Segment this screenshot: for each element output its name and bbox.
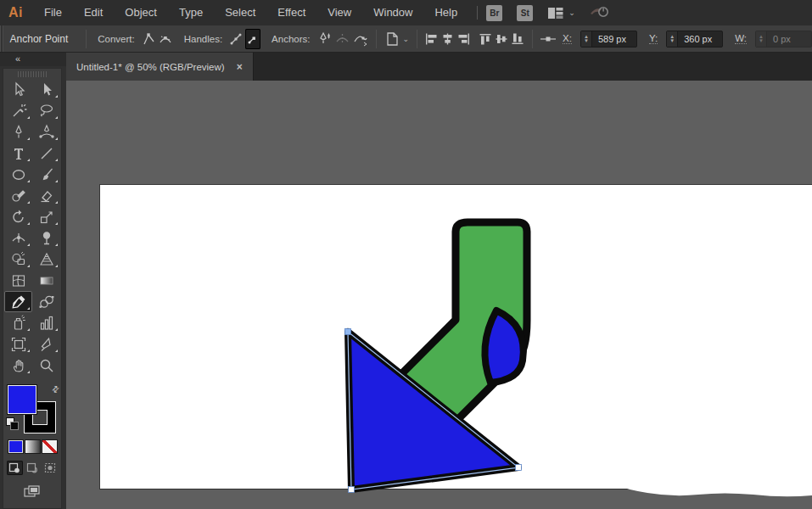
anchor-point[interactable] <box>349 487 355 493</box>
menu-bar: Ai FileEditObjectTypeSelectEffectViewWin… <box>0 0 812 25</box>
align-center-vertical-button[interactable] <box>495 29 509 49</box>
gradient-button[interactable] <box>25 440 40 453</box>
zoom-icon <box>38 357 55 374</box>
fill-swatch[interactable] <box>8 385 36 414</box>
artboard-tool[interactable] <box>4 333 32 355</box>
hand-tool[interactable] <box>4 355 32 376</box>
align-center-horizontal-button[interactable] <box>440 29 455 49</box>
stock-button[interactable]: St <box>517 5 533 21</box>
none-button[interactable] <box>42 440 57 453</box>
line-segment-icon <box>38 145 55 162</box>
white-blob-shape[interactable] <box>607 479 812 496</box>
menu-file[interactable]: File <box>33 0 73 25</box>
gpu-performance-icon[interactable] <box>589 3 611 22</box>
perspective-grid-tool[interactable] <box>32 249 60 270</box>
change-screen-mode-button[interactable] <box>3 484 61 499</box>
column-graph-tool[interactable] <box>32 312 60 333</box>
puppet-warp-tool[interactable] <box>32 227 60 249</box>
chevron-down-icon[interactable]: ⌄ <box>403 35 410 43</box>
x-label[interactable]: X: <box>563 33 572 44</box>
eyedropper-tool[interactable] <box>4 291 32 312</box>
align-right-button[interactable] <box>456 29 471 49</box>
drawing-modes-row <box>3 461 61 475</box>
eyedropper-icon <box>10 294 27 310</box>
direct-selection-tool[interactable] <box>32 79 60 100</box>
draw-inside-button[interactable] <box>42 461 59 475</box>
gradient-tool[interactable] <box>32 270 60 291</box>
y-stepper[interactable]: ▲▼ <box>667 31 678 47</box>
lasso-tool[interactable] <box>32 100 60 121</box>
zoom-tool[interactable] <box>32 355 60 376</box>
menu-window[interactable]: Window <box>362 0 423 25</box>
menu-type[interactable]: Type <box>168 0 214 25</box>
x-stepper[interactable]: ▲▼ <box>581 31 592 47</box>
document-tab[interactable]: Untitled-1* @ 50% (RGB/Preview) × <box>66 53 254 81</box>
left-dock: « ⇄ <box>0 53 66 509</box>
rotate-tool[interactable] <box>4 206 32 227</box>
width-tool[interactable] <box>4 227 32 249</box>
remove-anchor-button[interactable] <box>316 29 333 49</box>
pen-tool[interactable] <box>4 121 32 143</box>
document-setup-button[interactable] <box>384 29 402 49</box>
convert-to-smooth-button[interactable] <box>158 29 173 49</box>
x-value: 589 px <box>592 34 636 44</box>
canvas-area[interactable] <box>66 81 812 509</box>
swap-fill-stroke-icon[interactable]: ⇄ <box>49 383 61 395</box>
curvature-tool[interactable] <box>32 121 60 143</box>
align-top-button[interactable] <box>479 29 493 49</box>
line-segment-tool[interactable] <box>32 143 60 164</box>
y-label[interactable]: Y: <box>649 33 658 44</box>
scale-tool[interactable] <box>32 206 60 227</box>
anchor-point-selected[interactable] <box>345 329 351 335</box>
type-tool[interactable] <box>4 143 32 164</box>
shaper-icon <box>10 187 27 204</box>
show-handles-button[interactable] <box>228 29 244 49</box>
menu-effect[interactable]: Effect <box>266 0 316 25</box>
panel-grip[interactable] <box>18 70 47 78</box>
menu-view[interactable]: View <box>316 0 362 25</box>
connect-anchors-button[interactable] <box>352 29 369 49</box>
y-value: 360 px <box>678 34 722 44</box>
paintbrush-icon <box>38 166 55 183</box>
y-field[interactable]: ▲▼ 360 px <box>666 31 723 48</box>
symbol-sprayer-tool[interactable] <box>4 312 32 333</box>
shape-builder-tool[interactable] <box>4 249 32 270</box>
mesh-tool[interactable] <box>4 270 32 291</box>
menu-edit[interactable]: Edit <box>73 0 114 25</box>
workspace-switcher[interactable]: ⌄ <box>547 7 575 20</box>
mesh-icon <box>10 272 27 289</box>
color-button[interactable] <box>8 440 23 453</box>
ellipse-icon <box>10 166 27 183</box>
artwork-layer <box>66 81 812 509</box>
slice-tool[interactable] <box>32 333 60 355</box>
shape-builder-icon <box>10 251 27 268</box>
anchor-point[interactable] <box>516 465 522 471</box>
default-fill-stroke-icon[interactable] <box>7 418 19 430</box>
selection-tool[interactable] <box>4 79 32 100</box>
hide-handles-button[interactable] <box>245 29 260 49</box>
menu-object[interactable]: Object <box>114 0 168 25</box>
draw-normal-button[interactable] <box>7 461 23 475</box>
direct-selection-icon <box>38 81 55 98</box>
close-tab-icon[interactable]: × <box>237 61 243 73</box>
eraser-tool[interactable] <box>32 185 60 206</box>
paintbrush-tool[interactable] <box>32 164 60 185</box>
convert-to-corner-button[interactable] <box>141 29 156 49</box>
x-field[interactable]: ▲▼ 589 px <box>580 31 637 48</box>
curvature-icon <box>38 124 55 141</box>
menu-help[interactable]: Help <box>423 0 468 25</box>
magic-wand-tool[interactable] <box>4 100 32 121</box>
align-bottom-button[interactable] <box>511 29 525 49</box>
ellipse-tool[interactable] <box>4 164 32 185</box>
menu-select[interactable]: Select <box>214 0 266 25</box>
bridge-button[interactable]: Br <box>486 5 502 21</box>
align-left-button[interactable] <box>424 29 439 49</box>
app-logo-icon[interactable]: Ai <box>0 5 33 20</box>
hand-icon <box>10 357 27 374</box>
collapse-panel-button[interactable]: « <box>0 53 66 66</box>
width-icon <box>10 230 27 247</box>
controlbar-grip[interactable] <box>0 25 3 52</box>
draw-behind-button[interactable] <box>25 461 41 475</box>
shaper-tool[interactable] <box>4 185 32 206</box>
blend-tool[interactable] <box>32 291 60 312</box>
